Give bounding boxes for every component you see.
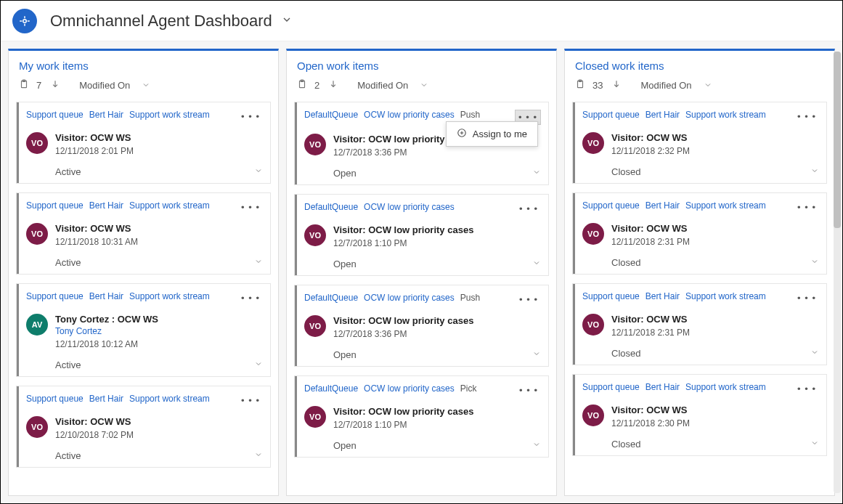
card-top-row: DefaultQueueOCW low priority casesPush• … [304, 293, 541, 306]
card-status-row: Active [26, 166, 263, 177]
more-actions-icon[interactable]: • • • [794, 382, 819, 396]
more-actions-icon[interactable]: • • • [794, 291, 819, 305]
sort-direction-arrow-icon[interactable] [611, 79, 622, 92]
tag-link[interactable]: Support queue [26, 200, 84, 211]
tag-link[interactable]: Support work stream [129, 110, 210, 120]
tag-link[interactable]: Support queue [26, 291, 84, 301]
card-text-block: Visitor: OCW WS12/10/2018 7:02 PM [55, 416, 134, 440]
tag-link[interactable]: Support queue [582, 291, 640, 301]
card-top-row: DefaultQueueOCW low priority cases• • • [304, 202, 541, 216]
tag-link[interactable]: Bert Hair [89, 291, 123, 301]
work-item-card[interactable]: DefaultQueueOCW low priority cases• • •V… [294, 194, 549, 276]
more-actions-icon[interactable]: • • • [516, 293, 541, 306]
sort-field-label[interactable]: Modified On [640, 80, 691, 91]
work-item-card[interactable]: Support queueBert HairSupport work strea… [16, 102, 271, 184]
more-actions-icon[interactable]: • • • [516, 202, 541, 216]
more-actions-icon[interactable]: • • • [794, 110, 819, 123]
sort-chevron-down-icon[interactable] [142, 81, 150, 91]
expand-chevron-down-icon[interactable] [532, 440, 541, 451]
expand-chevron-down-icon[interactable] [810, 257, 819, 268]
card-body: VOVisitor: OCW WS12/11/2018 2:30 PM [582, 405, 819, 428]
avatar: VO [582, 314, 604, 336]
work-item-card[interactable]: DefaultQueueOCW low priority casesPush• … [294, 285, 549, 367]
tag-link[interactable]: Bert Hair [89, 200, 123, 211]
tag-link[interactable]: Bert Hair [646, 110, 680, 120]
tag-link[interactable]: OCW low priority cases [364, 110, 455, 120]
tag-link[interactable]: Support work stream [685, 200, 766, 211]
sort-chevron-down-icon[interactable] [420, 81, 428, 91]
assign-to-me-popover[interactable]: Assign to me [446, 121, 538, 147]
more-actions-icon[interactable]: • • • [238, 200, 263, 214]
more-actions-icon[interactable]: • • • [516, 383, 541, 397]
expand-chevron-down-icon[interactable] [254, 257, 263, 268]
work-item-card[interactable]: DefaultQueueOCW low priority casesPick• … [294, 375, 549, 458]
tag-link[interactable]: Support work stream [685, 291, 766, 301]
work-item-card[interactable]: Support queueBert HairSupport work strea… [16, 283, 271, 377]
tag-link[interactable]: DefaultQueue [304, 110, 358, 120]
expand-chevron-down-icon[interactable] [254, 359, 263, 370]
card-subtitle-link[interactable]: Tony Cortez [55, 326, 158, 336]
card-text-block: Visitor: OCW low priority cases12/7/2018… [333, 315, 473, 339]
tag-link[interactable]: OCW low priority cases [364, 293, 455, 303]
scrollbar-thumb[interactable] [834, 52, 841, 228]
work-item-card[interactable]: Support queueBert HairSupport work strea… [572, 102, 827, 184]
card-status-row: Closed [582, 257, 819, 268]
sort-direction-arrow-icon[interactable] [50, 79, 60, 92]
work-item-card[interactable]: Support queueBert HairSupport work strea… [16, 386, 271, 468]
card-date: 12/7/2018 3:36 PM [333, 147, 473, 158]
tag-link[interactable]: Support work stream [685, 382, 766, 392]
tag-link[interactable]: Bert Hair [89, 394, 123, 404]
tag-link[interactable]: Bert Hair [646, 291, 680, 301]
work-item-card[interactable]: Support queueBert HairSupport work strea… [572, 192, 827, 275]
cards-list: DefaultQueueOCW low priority casesPush• … [287, 102, 556, 495]
tag-link[interactable]: Support queue [582, 110, 640, 120]
tag-link[interactable]: DefaultQueue [304, 293, 358, 303]
card-tags: Support queueBert HairSupport work strea… [26, 394, 210, 404]
tag-link[interactable]: Bert Hair [646, 382, 680, 392]
tag-link[interactable]: DefaultQueue [304, 202, 358, 212]
more-actions-icon[interactable]: • • • [238, 394, 263, 407]
card-top-row: Support queueBert HairSupport work strea… [26, 110, 263, 123]
vertical-scrollbar[interactable] [834, 52, 841, 493]
expand-chevron-down-icon[interactable] [532, 168, 541, 179]
tag-link[interactable]: Support work stream [685, 110, 766, 120]
expand-chevron-down-icon[interactable] [254, 450, 263, 461]
title-chevron-down-icon[interactable] [281, 14, 293, 28]
tag-link[interactable]: DefaultQueue [304, 383, 358, 394]
more-actions-icon[interactable]: • • • [238, 110, 263, 123]
card-tags: Support queueBert HairSupport work strea… [582, 200, 766, 211]
card-top-row: Support queueBert HairSupport work strea… [582, 110, 819, 123]
work-item-card[interactable]: Support queueBert HairSupport work strea… [572, 374, 827, 456]
tag-link[interactable]: OCW low priority cases [364, 202, 455, 212]
tag-link[interactable]: Support work stream [129, 291, 210, 301]
expand-chevron-down-icon[interactable] [532, 259, 541, 269]
sort-chevron-down-icon[interactable] [704, 81, 712, 91]
avatar: VO [582, 132, 604, 154]
tag-link[interactable]: Support queue [582, 200, 640, 211]
tag-link[interactable]: Support work stream [129, 200, 210, 211]
expand-chevron-down-icon[interactable] [810, 166, 819, 177]
more-actions-icon[interactable]: • • • [238, 291, 263, 305]
card-tags: Support queueBert HairSupport work strea… [26, 291, 210, 301]
sort-direction-arrow-icon[interactable] [328, 79, 338, 92]
tag-link[interactable]: Support queue [26, 394, 84, 404]
tag-link[interactable]: Bert Hair [89, 110, 123, 120]
sort-field-label[interactable]: Modified On [79, 80, 130, 91]
card-body: VOVisitor: OCW WS12/10/2018 7:02 PM [26, 416, 263, 440]
card-date: 12/11/2018 2:31 PM [611, 237, 690, 247]
expand-chevron-down-icon[interactable] [810, 439, 819, 450]
more-actions-icon[interactable]: • • • [794, 200, 819, 214]
work-item-card[interactable]: Support queueBert HairSupport work strea… [16, 192, 271, 275]
tag-link[interactable]: Bert Hair [646, 200, 680, 211]
card-tags: Support queueBert HairSupport work strea… [582, 110, 766, 120]
tag-link[interactable]: OCW low priority cases [364, 383, 455, 394]
sort-field-label[interactable]: Modified On [357, 80, 408, 91]
expand-chevron-down-icon[interactable] [254, 166, 263, 177]
tag-link[interactable]: Support work stream [129, 394, 210, 404]
work-item-card[interactable]: Support queueBert HairSupport work strea… [572, 283, 827, 365]
tag-link[interactable]: Support queue [582, 382, 640, 392]
expand-chevron-down-icon[interactable] [810, 348, 819, 359]
tag-link[interactable]: Support queue [26, 110, 84, 120]
expand-chevron-down-icon[interactable] [532, 349, 541, 360]
work-item-card[interactable]: DefaultQueueOCW low priority casesPush• … [294, 102, 549, 185]
